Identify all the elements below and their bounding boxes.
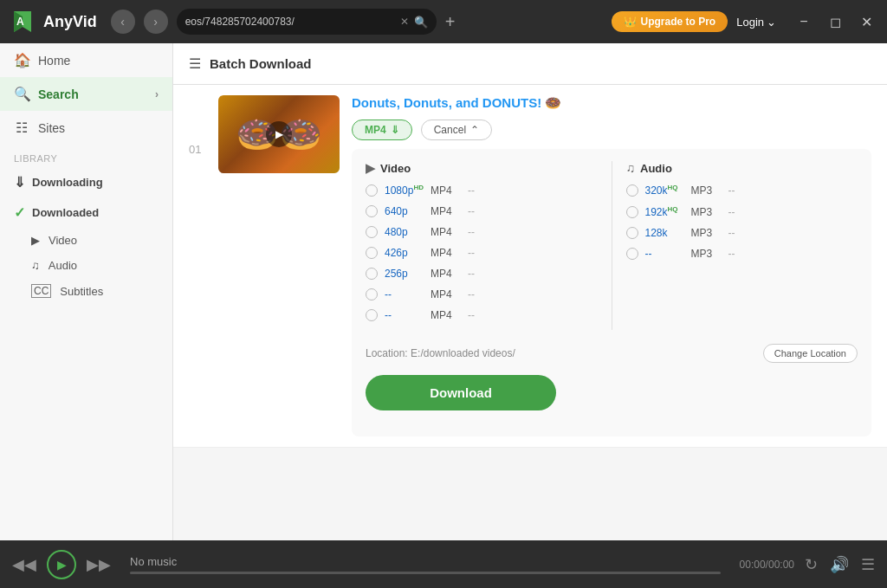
skip-forward-button[interactable]: ▶▶ — [87, 555, 111, 574]
logo-icon: A — [9, 8, 36, 36]
track-title: No music — [130, 555, 721, 568]
home-icon: 🏠 — [14, 52, 29, 68]
play-overlay[interactable]: ▶ — [266, 121, 292, 147]
format-radio-192[interactable] — [626, 206, 638, 218]
control-icons: ↻ 🔊 ☰ — [805, 555, 875, 574]
search-icon: 🔍 — [14, 86, 29, 102]
video-icon: ▶ — [31, 234, 40, 247]
url-text: eos/748285702400783/ — [185, 16, 395, 28]
video-thumbnail[interactable]: 🍩🍩 ▶ — [218, 95, 340, 173]
crown-icon: 👑 — [624, 16, 637, 28]
skip-back-button[interactable]: ◀◀ — [12, 555, 36, 574]
format-row: 1080pHD MP4 -- — [366, 184, 598, 197]
library-label: Library — [0, 145, 172, 167]
time-display: 00:00/00:00 — [740, 559, 794, 571]
item-number: 01 — [189, 95, 206, 156]
window-controls: − ◻ ✕ — [792, 10, 878, 34]
sidebar-item-search[interactable]: 🔍 Search › — [0, 77, 172, 111]
chevron-right-icon: › — [155, 88, 159, 100]
format-row: -- MP4 -- — [366, 309, 598, 321]
format-row: -- MP3 -- — [626, 248, 858, 260]
sidebar: 🏠 Home 🔍 Search › ☷ Sites Library ⇓ Down… — [0, 43, 173, 540]
item-details: Donuts, Donuts, and DONUTS! 🍩 MP4 ⇓ Canc… — [352, 95, 871, 436]
sidebar-item-downloaded[interactable]: ✓ Downloaded — [0, 197, 172, 228]
format-radio-v6[interactable] — [366, 288, 378, 300]
sidebar-item-audio[interactable]: ♫ Audio — [0, 253, 172, 278]
video-format-col: ▶ Video 1080pHD MP4 -- — [366, 161, 598, 330]
upgrade-button[interactable]: 👑 Upgrade to Pro — [612, 11, 728, 32]
batch-title: Batch Download — [210, 56, 312, 71]
format-row: 426p MP4 -- — [366, 247, 598, 259]
volume-button[interactable]: 🔊 — [830, 555, 849, 574]
format-row: 640p MP4 -- — [366, 205, 598, 217]
sidebar-item-sites[interactable]: ☷ Sites — [0, 111, 172, 145]
sidebar-item-home[interactable]: 🏠 Home — [0, 43, 172, 77]
chevron-up-icon: ⌃ — [470, 124, 479, 136]
column-divider — [612, 161, 612, 330]
repeat-button[interactable]: ↻ — [805, 555, 818, 574]
sidebar-item-subtitles[interactable]: CC Subtitles — [0, 278, 172, 304]
playlist-button[interactable]: ☰ — [861, 555, 875, 574]
minimize-button[interactable]: − — [792, 10, 816, 34]
audio-format-col: ♫ Audio 320kHQ MP3 -- — [626, 161, 858, 330]
format-radio-256[interactable] — [366, 268, 378, 280]
sites-icon: ☷ — [14, 120, 29, 136]
format-row: 320kHQ MP3 -- — [626, 184, 858, 197]
video-col-icon: ▶ — [366, 161, 375, 175]
cancel-button[interactable]: Cancel ⌃ — [421, 120, 492, 140]
download-button-wrap: Download — [366, 372, 858, 424]
bottom-bar: ◀◀ ▶ ▶▶ No music 00:00/00:00 ↻ 🔊 ☰ — [0, 540, 887, 588]
batch-header: ☰ Batch Download — [173, 43, 887, 85]
item-actions: MP4 ⇓ Cancel ⌃ — [352, 120, 871, 140]
login-button[interactable]: Login ⌄ — [736, 16, 776, 29]
back-button[interactable]: ‹ — [111, 10, 135, 34]
checkmark-icon: ✓ — [14, 204, 25, 221]
format-panel: ▶ Video 1080pHD MP4 -- — [352, 149, 871, 436]
add-tab-button[interactable]: + — [445, 12, 456, 32]
title-bar: A AnyVid ‹ › eos/748285702400783/ ✕ 🔍 + … — [0, 0, 887, 43]
audio-col-icon: ♫ — [626, 161, 636, 175]
mp4-button[interactable]: MP4 ⇓ — [352, 120, 412, 140]
location-row: Location: E:/downloaded videos/ Change L… — [366, 333, 858, 372]
audio-icon: ♫ — [31, 259, 40, 272]
format-radio-a4[interactable] — [626, 248, 638, 260]
sidebar-item-video[interactable]: ▶ Video — [0, 228, 172, 253]
search-icon: 🔍 — [414, 16, 428, 29]
subtitles-icon: CC — [31, 284, 51, 298]
svg-text:A: A — [16, 16, 24, 28]
format-row: 480p MP4 -- — [366, 226, 598, 238]
format-row: 192kHQ MP3 -- — [626, 205, 858, 218]
format-radio-320[interactable] — [626, 184, 638, 197]
location-path: Location: E:/downloaded videos/ — [366, 347, 515, 359]
format-radio-1080[interactable] — [366, 184, 378, 197]
url-bar[interactable]: eos/748285702400783/ ✕ 🔍 — [177, 9, 437, 35]
format-radio-480[interactable] — [366, 226, 378, 238]
maximize-button[interactable]: ◻ — [823, 10, 847, 34]
progress-bar[interactable] — [130, 572, 721, 574]
main-layout: 🏠 Home 🔍 Search › ☷ Sites Library ⇓ Down… — [0, 43, 887, 540]
format-radio-640[interactable] — [366, 205, 378, 217]
format-radio-v7[interactable] — [366, 309, 378, 321]
play-button[interactable]: ▶ — [47, 550, 76, 579]
video-col-header: ▶ Video — [366, 161, 598, 175]
download-arrow-icon: ⇓ — [14, 174, 25, 191]
format-radio-426[interactable] — [366, 247, 378, 259]
music-info: No music — [130, 555, 721, 574]
format-row: 256p MP4 -- — [366, 268, 598, 280]
close-button[interactable]: ✕ — [854, 10, 878, 34]
scroll-content[interactable]: 01 🍩🍩 ▶ Donuts, Donuts, and DONUTS! 🍩 MP… — [173, 85, 887, 540]
forward-button[interactable]: › — [144, 10, 168, 34]
app-name: AnyVid — [43, 13, 97, 31]
chevron-down-icon: ⌄ — [767, 16, 776, 29]
change-location-button[interactable]: Change Location — [763, 344, 858, 363]
batch-icon: ☰ — [189, 55, 201, 72]
video-item: 01 🍩🍩 ▶ Donuts, Donuts, and DONUTS! 🍩 MP… — [173, 85, 887, 448]
download-icon: ⇓ — [391, 124, 399, 136]
download-button[interactable]: Download — [366, 375, 556, 410]
audio-col-header: ♫ Audio — [626, 161, 858, 175]
sidebar-item-downloading[interactable]: ⇓ Downloading — [0, 167, 172, 197]
close-tab-icon[interactable]: ✕ — [400, 16, 409, 28]
logo: A AnyVid — [9, 8, 97, 36]
format-row: -- MP4 -- — [366, 288, 598, 300]
format-radio-128[interactable] — [626, 227, 638, 239]
